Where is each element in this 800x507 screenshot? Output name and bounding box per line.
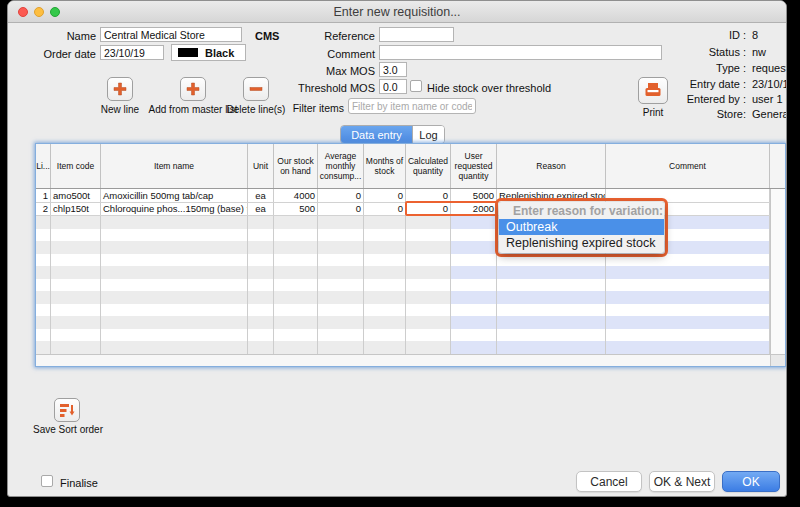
table-cell[interactable] (318, 329, 364, 342)
table-cell[interactable] (497, 304, 606, 317)
table-cell[interactable] (51, 241, 101, 254)
table-cell[interactable] (248, 216, 274, 229)
table-cell[interactable] (36, 254, 51, 267)
table-cell[interactable] (248, 254, 274, 267)
table-cell[interactable] (101, 291, 248, 304)
menu-item-replenishing[interactable]: Replenishing expired stock (499, 235, 664, 251)
table-cell[interactable]: amo500t (51, 189, 101, 202)
table-cell[interactable] (318, 304, 364, 317)
table-cell[interactable] (318, 341, 364, 354)
menu-item-outbreak[interactable]: Outbreak (499, 219, 664, 235)
table-cell[interactable] (451, 304, 497, 317)
table-cell[interactable] (248, 341, 274, 354)
table-cell[interactable] (318, 291, 364, 304)
table-cell[interactable] (497, 291, 606, 304)
table-cell[interactable] (497, 316, 606, 329)
table-cell[interactable] (101, 279, 248, 292)
ok-next-button[interactable]: OK & Next (649, 471, 715, 492)
table-cell[interactable]: Amoxicillin 500mg tab/cap (101, 189, 248, 202)
table-cell[interactable] (406, 291, 451, 304)
table-cell[interactable] (248, 329, 274, 342)
table-cell[interactable] (364, 216, 406, 229)
table-cell[interactable] (364, 291, 406, 304)
table-cell[interactable]: 0 (364, 203, 406, 216)
table-cell[interactable]: 0 (318, 189, 364, 202)
header-cell[interactable]: Months of stock (364, 144, 406, 188)
table-cell[interactable]: 2 (36, 203, 51, 216)
header-cell[interactable]: Item code (51, 144, 101, 188)
table-cell[interactable] (36, 241, 51, 254)
table-cell[interactable]: 0 (318, 203, 364, 216)
table-cell[interactable] (364, 316, 406, 329)
table-cell[interactable] (274, 216, 318, 229)
header-cell[interactable]: User requested quantity (451, 144, 497, 188)
table-cell[interactable]: Chloroquine phos...150mg (base) tab (101, 203, 248, 216)
table-cell[interactable] (451, 316, 497, 329)
table-cell[interactable] (318, 241, 364, 254)
table-cell[interactable] (36, 266, 51, 279)
table-cell[interactable] (274, 266, 318, 279)
table-cell[interactable] (101, 241, 248, 254)
table-cell[interactable] (51, 279, 101, 292)
header-cell[interactable]: Li... (36, 144, 51, 188)
table-cell[interactable] (364, 341, 406, 354)
table-cell[interactable]: 4000 (274, 189, 318, 202)
table-cell[interactable] (451, 291, 497, 304)
table-cell[interactable] (606, 291, 770, 304)
table-cell[interactable] (248, 229, 274, 242)
table-cell[interactable] (274, 341, 318, 354)
table-cell[interactable] (606, 316, 770, 329)
save-sort-order-button[interactable] (54, 398, 80, 422)
table-cell[interactable] (451, 216, 497, 229)
table-cell[interactable] (318, 279, 364, 292)
table-cell[interactable] (497, 266, 606, 279)
table-cell[interactable] (318, 216, 364, 229)
table-cell[interactable] (248, 241, 274, 254)
table-cell[interactable] (274, 279, 318, 292)
finalise-checkbox[interactable] (41, 475, 53, 487)
add-from-master-list-button[interactable] (180, 77, 206, 101)
table-cell[interactable]: chlp150t (51, 203, 101, 216)
table-cell[interactable] (364, 266, 406, 279)
header-cell[interactable]: Average monthly consump... (318, 144, 364, 188)
table-cell[interactable]: 0 (364, 189, 406, 202)
header-cell[interactable]: Comment (606, 144, 770, 188)
table-cell[interactable] (451, 266, 497, 279)
table-cell[interactable] (318, 254, 364, 267)
table-cell[interactable] (406, 216, 451, 229)
header-cell[interactable]: Item name (101, 144, 248, 188)
table-cell[interactable] (497, 329, 606, 342)
horizontal-scrollbar[interactable] (36, 354, 771, 366)
table-cell[interactable] (51, 304, 101, 317)
table-cell[interactable]: 1 (36, 189, 51, 202)
table-cell[interactable] (51, 291, 101, 304)
table-cell[interactable] (101, 229, 248, 242)
table-cell[interactable] (101, 254, 248, 267)
table-cell[interactable] (406, 316, 451, 329)
table-cell[interactable] (406, 254, 451, 267)
max-mos-input[interactable] (379, 62, 407, 77)
table-cell[interactable] (364, 279, 406, 292)
table-cell[interactable]: 500 (274, 203, 318, 216)
table-cell[interactable] (101, 304, 248, 317)
header-cell[interactable]: Calculated quantity (406, 144, 451, 188)
table-cell[interactable] (274, 316, 318, 329)
table-cell[interactable] (606, 266, 770, 279)
header-cell[interactable]: Our stock on hand (274, 144, 318, 188)
table-cell[interactable] (101, 316, 248, 329)
table-cell[interactable] (406, 241, 451, 254)
table-cell[interactable] (36, 304, 51, 317)
table-cell[interactable] (451, 279, 497, 292)
table-cell[interactable] (36, 341, 51, 354)
reference-input[interactable] (379, 27, 454, 42)
table-cell[interactable] (36, 316, 51, 329)
table-cell[interactable] (364, 241, 406, 254)
table-cell[interactable] (36, 229, 51, 242)
table-cell[interactable] (248, 266, 274, 279)
tab-data-entry[interactable]: Data entry (341, 126, 412, 143)
table-cell[interactable] (101, 266, 248, 279)
table-cell[interactable] (364, 254, 406, 267)
table-cell[interactable] (606, 304, 770, 317)
table-cell[interactable] (318, 316, 364, 329)
table-cell[interactable] (451, 241, 497, 254)
